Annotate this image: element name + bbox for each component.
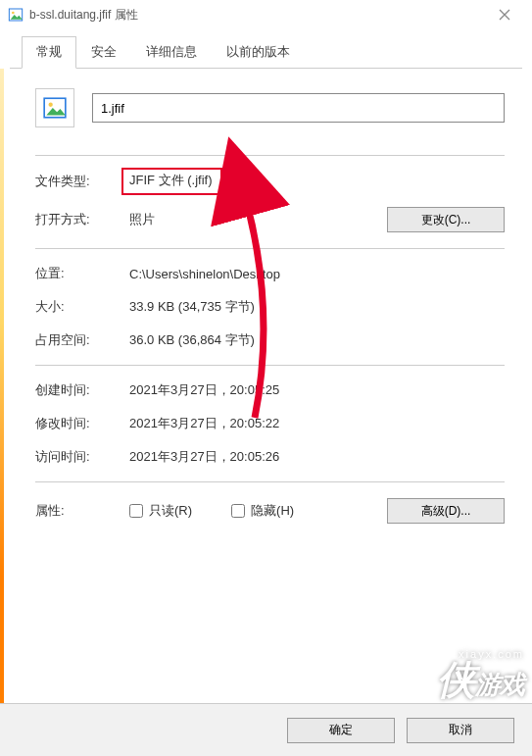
watermark-brand: 侠 <box>437 658 475 701</box>
tabstrip: 常规 安全 详细信息 以前的版本 <box>10 35 522 69</box>
divider <box>35 248 505 249</box>
value-size-on-disk: 36.0 KB (36,864 字节) <box>129 331 505 349</box>
divider <box>35 481 505 482</box>
label-size: 大小: <box>35 298 129 316</box>
value-size: 33.9 KB (34,735 字节) <box>129 298 505 316</box>
left-edge-decoration <box>0 69 4 703</box>
value-file-type: JFIF 文件 (.jfif) <box>121 168 222 195</box>
value-created: 2021年3月27日，20:05:25 <box>129 381 505 399</box>
tab-content: 文件类型: JFIF 文件 (.jfif) 打开方式: 照片 更改(C)... … <box>0 69 532 547</box>
watermark: xiayx.com 侠游戏 <box>437 648 524 699</box>
readonly-checkbox-wrap[interactable]: 只读(R) <box>129 502 192 520</box>
label-size-on-disk: 占用空间: <box>35 331 129 349</box>
hidden-label: 隐藏(H) <box>251 502 294 520</box>
label-file-type: 文件类型: <box>35 173 129 190</box>
value-modified: 2021年3月27日，20:05:22 <box>129 415 505 432</box>
readonly-checkbox[interactable] <box>129 504 143 518</box>
label-location: 位置: <box>35 265 129 282</box>
file-type-icon <box>35 88 74 127</box>
tab-previous[interactable]: 以前的版本 <box>212 36 305 69</box>
hidden-checkbox-wrap[interactable]: 隐藏(H) <box>231 502 294 520</box>
label-opens-with: 打开方式: <box>35 211 129 228</box>
label-created: 创建时间: <box>35 381 129 399</box>
value-opens-with: 照片 <box>129 211 387 228</box>
label-accessed: 访问时间: <box>35 448 129 466</box>
label-attributes: 属性: <box>35 502 129 520</box>
cancel-button[interactable]: 取消 <box>407 718 514 743</box>
value-location: C:\Users\shinelon\Desktop <box>129 267 505 281</box>
filename-input[interactable] <box>92 93 505 123</box>
dialog-footer: 确定 取消 <box>0 703 532 756</box>
divider <box>35 155 505 156</box>
advanced-button[interactable]: 高级(D)... <box>387 498 505 524</box>
hidden-checkbox[interactable] <box>231 504 245 518</box>
ok-button[interactable]: 确定 <box>287 718 395 743</box>
picture-icon <box>8 7 24 23</box>
window-title: b-ssl.duitang.jfif 属性 <box>29 7 138 24</box>
change-button[interactable]: 更改(C)... <box>387 207 505 232</box>
titlebar: b-ssl.duitang.jfif 属性 <box>0 0 532 29</box>
svg-point-3 <box>49 103 53 107</box>
readonly-label: 只读(R) <box>149 502 192 520</box>
value-accessed: 2021年3月27日，20:05:26 <box>129 448 505 466</box>
close-button[interactable] <box>485 1 524 28</box>
watermark-url: xiayx.com <box>437 648 524 660</box>
tab-security[interactable]: 安全 <box>76 36 131 69</box>
label-modified: 修改时间: <box>35 415 129 432</box>
tab-general[interactable]: 常规 <box>22 36 76 69</box>
svg-point-1 <box>12 12 15 15</box>
tab-details[interactable]: 详细信息 <box>131 36 212 69</box>
watermark-sub: 游戏 <box>475 670 524 699</box>
divider <box>35 365 505 366</box>
